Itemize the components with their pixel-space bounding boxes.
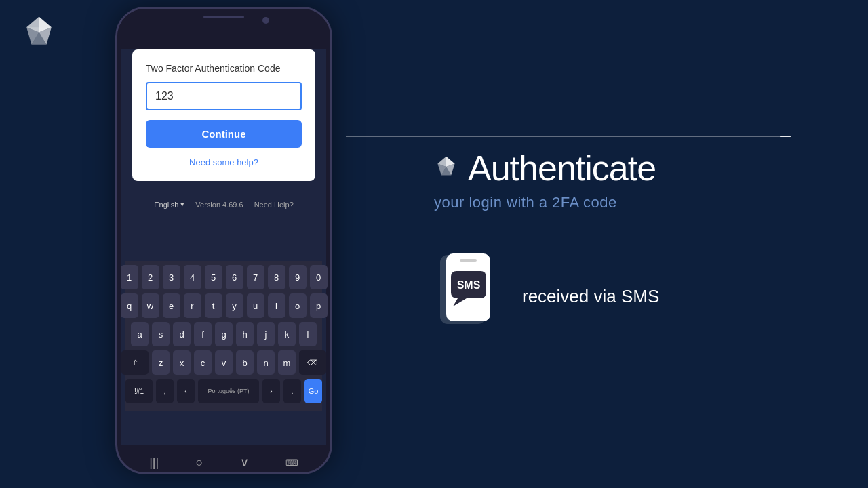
keyboard-row-bottom: !#1 , ‹ Português (PT) › . Go	[128, 379, 319, 403]
phone-mockup: Two Factor Authentication Code Continue …	[115, 7, 332, 474]
auth-gem-icon	[434, 155, 458, 182]
continue-button[interactable]: Continue	[146, 120, 302, 148]
key-a[interactable]: a	[131, 322, 149, 346]
key-lang-left[interactable]: ‹	[177, 379, 195, 403]
svg-rect-19	[460, 259, 477, 262]
key-z[interactable]: z	[152, 350, 170, 375]
nav-home[interactable]: ○	[195, 455, 203, 470]
auth-title-row: Authenticate	[434, 148, 814, 188]
key-9[interactable]: 9	[289, 265, 307, 289]
key-2[interactable]: 2	[142, 265, 159, 289]
key-b[interactable]: b	[236, 350, 254, 375]
dialog-title: Two Factor Authentication Code	[146, 63, 302, 74]
key-numbers[interactable]: !#1	[125, 379, 153, 403]
key-t[interactable]: t	[205, 293, 222, 318]
key-5[interactable]: 5	[205, 265, 222, 289]
need-help-link[interactable]: Need some help?	[146, 157, 302, 167]
key-r[interactable]: r	[184, 293, 201, 318]
key-h[interactable]: h	[236, 322, 254, 346]
sms-phone-icon: SMS	[434, 252, 502, 340]
phone-bottom-nav: ||| ○ ∨ ⌨	[117, 445, 330, 474]
key-period[interactable]: .	[283, 379, 301, 403]
svg-text:SMS: SMS	[457, 279, 481, 291]
key-language[interactable]: Português (PT)	[198, 379, 259, 403]
key-shift[interactable]: ⇧	[121, 350, 149, 375]
key-c[interactable]: c	[194, 350, 212, 375]
language-label: English	[154, 201, 178, 209]
key-7[interactable]: 7	[247, 265, 264, 289]
nav-keyboard[interactable]: ⌨	[285, 458, 298, 468]
authenticate-subtitle: your login with a 2FA code	[434, 194, 814, 211]
key-l[interactable]: l	[299, 322, 317, 346]
key-f[interactable]: f	[194, 322, 212, 346]
dropdown-icon: ▾	[180, 200, 184, 209]
need-help-footer[interactable]: Need Help?	[254, 201, 294, 209]
app-logo	[20, 14, 61, 54]
keyboard-row-numbers: 1 2 3 4 5 6 7 8 9 0	[128, 265, 319, 289]
key-8[interactable]: 8	[268, 265, 285, 289]
keyboard-row-zxcv: ⇧ z x c v b n m ⌫	[128, 350, 319, 375]
key-1[interactable]: 1	[121, 265, 138, 289]
key-u[interactable]: u	[247, 293, 264, 318]
key-p[interactable]: p	[310, 293, 328, 318]
version-text: Version 4.69.6	[195, 201, 243, 209]
key-3[interactable]: 3	[163, 265, 180, 289]
keyboard: 1 2 3 4 5 6 7 8 9 0 q w e r t	[125, 261, 322, 411]
key-y[interactable]: y	[226, 293, 243, 318]
key-i[interactable]: i	[268, 293, 285, 318]
key-x[interactable]: x	[173, 350, 191, 375]
key-w[interactable]: w	[142, 293, 159, 318]
key-comma[interactable]: ,	[156, 379, 174, 403]
phone-footer: English ▾ Version 4.69.6 Need Help?	[121, 195, 326, 214]
key-o[interactable]: o	[289, 293, 307, 318]
key-m[interactable]: m	[278, 350, 296, 375]
key-v[interactable]: v	[215, 350, 233, 375]
nav-recents[interactable]: ∨	[240, 455, 249, 470]
key-q[interactable]: q	[121, 293, 138, 318]
authenticate-section: Authenticate your login with a 2FA code	[434, 148, 814, 211]
language-selector[interactable]: English ▾	[154, 200, 184, 209]
nav-back[interactable]: |||	[149, 455, 159, 470]
code-input[interactable]	[146, 82, 302, 110]
key-backspace[interactable]: ⌫	[299, 350, 326, 375]
key-n[interactable]: n	[257, 350, 275, 375]
keyboard-row-qwerty: q w e r t y u i o p	[128, 293, 319, 318]
authenticate-title: Authenticate	[468, 148, 656, 188]
key-k[interactable]: k	[278, 322, 296, 346]
key-d[interactable]: d	[173, 322, 191, 346]
sms-label: received via SMS	[522, 286, 659, 307]
key-lang-right[interactable]: ›	[262, 379, 280, 403]
right-panel: Authenticate your login with a 2FA code …	[380, 0, 868, 488]
key-0[interactable]: 0	[310, 265, 328, 289]
key-s[interactable]: s	[152, 322, 170, 346]
key-j[interactable]: j	[257, 322, 275, 346]
sms-section: SMS received via SMS	[434, 252, 814, 340]
key-e[interactable]: e	[163, 293, 180, 318]
keyboard-row-asdf: a s d f g h j k l	[128, 322, 319, 346]
key-g[interactable]: g	[215, 322, 233, 346]
key-6[interactable]: 6	[226, 265, 243, 289]
key-4[interactable]: 4	[184, 265, 201, 289]
2fa-dialog: Two Factor Authentication Code Continue …	[132, 49, 315, 181]
key-go[interactable]: Go	[304, 379, 322, 403]
